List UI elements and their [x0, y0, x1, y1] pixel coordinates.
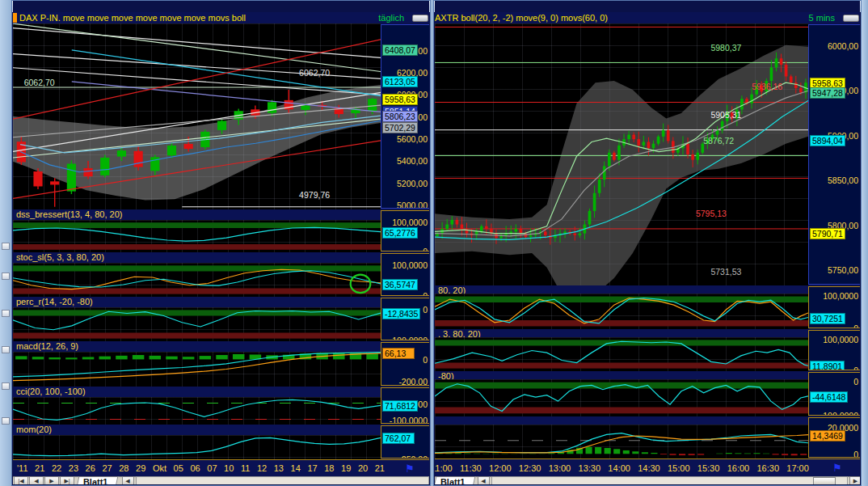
axis-tick: 100,0000 [823, 291, 858, 301]
background-window-button[interactable] [2, 417, 10, 425]
panel-title-l-p4: macd(12, 26, 9) [13, 341, 381, 352]
value-box: 5958,63 [382, 94, 418, 105]
x-axis-label: 17 [307, 463, 317, 473]
chart-panel-l-p4[interactable] [13, 352, 381, 387]
background-window-button[interactable] [2, 273, 10, 280]
axis-tick: 100,0000 [392, 260, 428, 270]
x-axis-label: 10 [224, 463, 234, 473]
axis-r-main: 6000,005950,005900,005850,005800,005750,… [808, 24, 860, 285]
right-tab-bar: Blatt1 ◀ ▶ [435, 476, 860, 484]
horizontal-scrollbar[interactable] [136, 476, 429, 484]
x-axis-label: 12 [257, 463, 267, 473]
axis-r-p3: 0-100,0000-44,6148 [808, 372, 860, 416]
background-window-button[interactable] [2, 346, 10, 353]
chart-panel-l-p5[interactable] [13, 397, 381, 425]
value-box: -12,8435 [382, 308, 420, 319]
prev-sheet-button[interactable]: ◀ [29, 476, 44, 484]
axis-tick: 0 [423, 355, 428, 365]
sheet-tab-blatt1[interactable]: Blatt1 [435, 476, 475, 484]
panel-title-l-p3: perc_r(14, -20, -80) [13, 297, 381, 307]
axis-tick: 0 [423, 305, 428, 315]
axis-tick: 5200,00 [397, 179, 428, 188]
x-axis-label: 26 [86, 463, 95, 473]
legend-collapse-button[interactable] [412, 15, 428, 22]
axis-tick: -200,00 [398, 377, 428, 386]
left-legend-strip: DAX P-IN. move move move move move move … [13, 12, 429, 23]
x-axis-label: 16:00 [727, 463, 750, 473]
axis-l-main: 6400,006200,006000,005800,005600,005400,… [381, 24, 429, 209]
panel-title-r-p3: -80) [435, 371, 808, 379]
value-box: 6123,05 [382, 76, 418, 87]
x-axis-label: Okt [153, 463, 166, 473]
axis-l-p5: 100,0000-100,000071,6812 [381, 387, 429, 424]
axis-tick: 5850,00 [828, 175, 858, 185]
axis-tick: 0 [853, 377, 858, 387]
left-interval-label: täglich [378, 13, 404, 23]
legend-collapse-button[interactable] [843, 15, 859, 22]
axis-tick: 6000,00 [828, 41, 858, 51]
background-window-button[interactable] [2, 243, 10, 250]
x-axis-label: 22 [52, 463, 61, 473]
chart-panel-r-p4[interactable] [435, 425, 808, 459]
axis-tick: -100,0000 [390, 416, 428, 425]
x-axis-label: 14:30 [638, 463, 660, 473]
last-sheet-button[interactable]: ▶| [60, 476, 74, 484]
value-box: 6408,07 [382, 44, 418, 56]
background-window-button[interactable] [2, 382, 10, 390]
x-axis-label: 28 [119, 463, 129, 473]
value-box: 762,07 [382, 433, 415, 444]
legend-marker-icon [13, 13, 17, 23]
x-axis-label: 11 [241, 463, 250, 473]
axis-l-p2: 100,0000036,5747 [381, 253, 429, 296]
chart-panel-l-main[interactable]: 6062,706062,704979,76 [13, 23, 381, 209]
axis-tick: 5600,00 [397, 134, 428, 144]
scroll-left-button[interactable]: ◀ [122, 476, 134, 484]
value-box: 5894,04 [810, 135, 845, 146]
axis-tick: -100,0000 [390, 336, 428, 340]
chart-panel-l-p6[interactable] [13, 435, 381, 459]
x-axis-label: 13:30 [579, 463, 601, 473]
axis-tick: 0 [853, 366, 858, 370]
left-x-axis-labels: '1121222326272829Okt05060710111213141718… [13, 463, 389, 473]
screen-right-edge [862, 0, 868, 486]
panel-title-l-p5: cci(20, 100, -100) [13, 387, 381, 397]
left-chart-body: DAX P-IN. move move move move move move … [13, 1, 429, 484]
value-box: 30,7251 [810, 313, 845, 324]
scrollbar-thumb[interactable] [813, 477, 836, 484]
scroll-left-button[interactable]: ◀ [478, 476, 490, 484]
x-axis-label: 19 [341, 463, 351, 473]
x-axis-label: 16:30 [756, 463, 779, 473]
x-axis-label: 07 [207, 463, 217, 473]
sheet-tab-blatt1[interactable]: Blatt1 [77, 476, 118, 484]
x-axis-label: 14 [291, 463, 301, 473]
x-axis-label: 18 [324, 463, 334, 473]
horizontal-scrollbar[interactable] [491, 476, 848, 484]
chart-panel-l-p3[interactable] [13, 307, 381, 341]
next-sheet-button[interactable]: ▶ [44, 476, 59, 484]
right-interval-label: 5 mins [809, 13, 835, 23]
right-legend-strip: AXTR boll(20, 2, -2) move(9, 0) movs(60,… [435, 12, 860, 23]
panel-title-l-p2: stoc_sl(5, 3, 3, 80, 20) [13, 252, 381, 263]
axis-tick: 100,0000 [392, 218, 428, 227]
value-box: -44,6148 [810, 391, 848, 403]
background-window-button[interactable] [2, 310, 10, 317]
chart-panel-r-p1[interactable] [435, 294, 808, 329]
chart-panel-l-p2[interactable] [13, 263, 381, 297]
scroll-right-button[interactable]: ▶ [849, 476, 860, 484]
x-axis-label: 06 [190, 463, 200, 473]
first-sheet-button[interactable]: |◀ [14, 476, 28, 484]
background-windows-strip [0, 0, 12, 486]
chart-panel-l-p1[interactable] [13, 220, 381, 252]
x-axis-label: 12:00 [489, 463, 512, 473]
axis-tick: 100,0000 [823, 335, 858, 344]
flag-icon: ⚑ [813, 462, 860, 474]
chart-panel-r-main[interactable]: 5980,375936,165905,315876,725795,135731,… [435, 23, 808, 285]
left-legend-text: DAX P-IN. move move move move move move … [19, 13, 378, 23]
right-x-axis: 11:0011:3012:0012:3013:0013:3014:0014:30… [435, 459, 860, 476]
axis-tick: 5750,00 [828, 265, 858, 275]
x-axis-label: 20 [358, 463, 368, 473]
chart-panel-r-p3[interactable] [435, 379, 808, 416]
panel-title-l-p1: dss_bressert(13, 4, 80, 20) [13, 209, 381, 220]
x-axis-label: 12:30 [519, 463, 541, 473]
chart-panel-r-p2[interactable] [435, 337, 808, 371]
